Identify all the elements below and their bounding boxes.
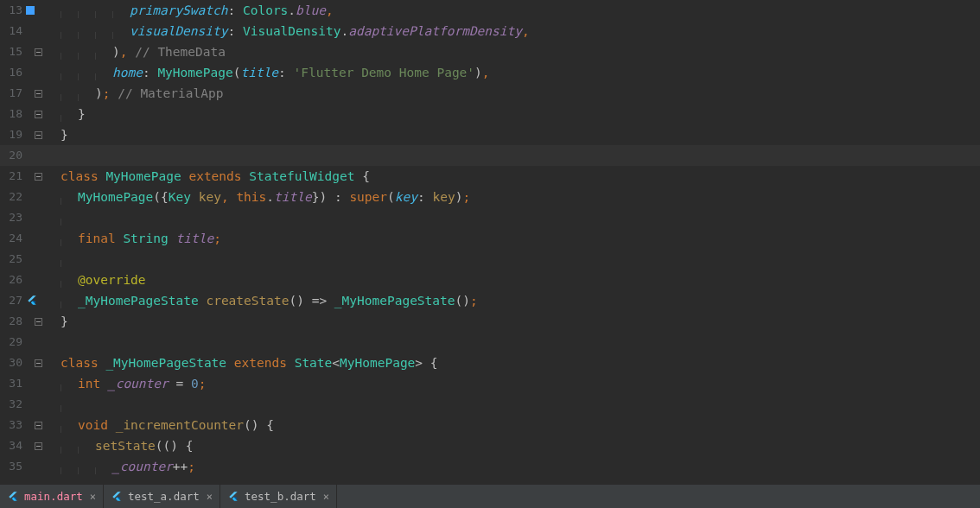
code-content[interactable]: setState(() { — [60, 435, 980, 456]
line-number: 24 — [0, 228, 26, 249]
line-number: 25 — [0, 249, 26, 270]
flutter-icon — [26, 295, 38, 307]
editor-tab-test-b[interactable]: test_b.dart × — [220, 485, 337, 508]
code-line: 23 — [0, 207, 980, 228]
fold-minus-icon — [35, 359, 42, 367]
line-number: 30 — [0, 352, 26, 373]
code-content[interactable]: } — [60, 124, 980, 145]
line-number: 21 — [0, 166, 26, 187]
line-number: 31 — [0, 373, 26, 394]
code-line: 26 @override — [0, 270, 980, 290]
code-line: 18 } — [0, 104, 980, 124]
flutter-icon — [227, 491, 239, 503]
line-number: 19 — [0, 124, 26, 145]
editor-tab-test-a[interactable]: test_a.dart × — [104, 485, 220, 508]
line-number: 22 — [0, 187, 26, 207]
fold-minus-icon — [35, 422, 42, 429]
code-line: 27 _MyHomePageState createState() => _My… — [0, 290, 980, 311]
line-number: 28 — [0, 311, 26, 332]
gutter-marker[interactable] — [26, 0, 35, 21]
code-content[interactable]: int _counter = 0; — [60, 373, 980, 394]
fold-minus-icon — [35, 173, 42, 181]
code-line-current: 20 — [0, 145, 980, 166]
code-line: 14 visualDensity: VisualDensity.adaptive… — [0, 21, 980, 41]
code-line: 15 ), // ThemeData — [0, 41, 980, 62]
code-line: 13 primarySwatch: Colors.blue, — [0, 0, 980, 21]
fold-toggle[interactable] — [35, 48, 55, 56]
fold-minus-icon — [35, 48, 42, 56]
fold-toggle[interactable] — [35, 111, 55, 118]
gutter-marker[interactable] — [26, 290, 38, 311]
color-swatch-icon — [26, 6, 35, 15]
tab-label: test_a.dart — [128, 490, 200, 503]
tab-label: test_b.dart — [245, 490, 316, 503]
code-line: 34 setState(() { — [0, 435, 980, 456]
line-number: 13 — [0, 0, 26, 21]
code-content[interactable] — [60, 394, 980, 415]
tab-close-button[interactable]: × — [207, 491, 213, 503]
line-number: 18 — [0, 104, 26, 124]
code-line: 31 int _counter = 0; — [0, 373, 980, 394]
code-content[interactable] — [60, 207, 980, 228]
fold-minus-icon — [35, 111, 42, 118]
fold-minus-icon — [35, 442, 42, 450]
code-line: 17 ); // MaterialApp — [0, 83, 980, 104]
code-line: 22 MyHomePage({Key key, this.title}) : s… — [0, 187, 980, 207]
line-number: 15 — [0, 41, 26, 62]
line-number: 23 — [0, 207, 26, 228]
fold-toggle[interactable] — [35, 90, 55, 98]
line-number: 16 — [0, 62, 26, 83]
fold-toggle[interactable] — [35, 318, 55, 326]
code-line: 29 — [0, 332, 980, 352]
flutter-icon — [7, 491, 19, 503]
code-content[interactable]: visualDensity: VisualDensity.adaptivePla… — [60, 21, 980, 41]
code-content[interactable]: ); // MaterialApp — [60, 83, 980, 104]
fold-toggle[interactable] — [35, 359, 55, 367]
code-content[interactable] — [60, 249, 980, 270]
code-editor[interactable]: 13 primarySwatch: Colors.blue, 14 visual… — [0, 0, 980, 484]
code-content[interactable]: ), // ThemeData — [60, 41, 980, 62]
fold-minus-icon — [35, 90, 42, 98]
fold-toggle[interactable] — [35, 173, 55, 181]
fold-minus-icon — [35, 318, 42, 326]
code-line: 25 — [0, 249, 980, 270]
editor-tab-bar: main.dart × test_a.dart × test_b.dart × — [0, 484, 980, 508]
flutter-icon — [111, 491, 123, 503]
code-content[interactable]: class MyHomePage extends StatefulWidget … — [60, 166, 980, 187]
line-number: 14 — [0, 21, 26, 41]
code-content[interactable]: void _incrementCounter() { — [60, 415, 980, 435]
fold-toggle[interactable] — [35, 442, 55, 450]
line-number: 34 — [0, 435, 26, 456]
fold-toggle[interactable] — [35, 131, 55, 139]
line-number: 17 — [0, 83, 26, 104]
tab-close-button[interactable]: × — [323, 491, 329, 503]
code-line: 32 — [0, 394, 980, 415]
code-content[interactable]: MyHomePage({Key key, this.title}) : supe… — [60, 187, 980, 207]
code-content[interactable]: final String title; — [60, 228, 980, 249]
line-number: 35 — [0, 456, 26, 477]
code-content[interactable]: class _MyHomePageState extends State<MyH… — [60, 352, 980, 373]
code-content[interactable]: } — [60, 311, 980, 332]
code-line: 35 _counter++; — [0, 456, 980, 477]
fold-minus-icon — [35, 131, 42, 139]
code-content[interactable]: primarySwatch: Colors.blue, — [60, 0, 980, 21]
line-number: 20 — [0, 145, 26, 166]
code-line: 21 class MyHomePage extends StatefulWidg… — [0, 166, 980, 187]
editor-tab-main[interactable]: main.dart × — [0, 485, 104, 508]
code-content[interactable]: _counter++; — [60, 456, 980, 477]
code-line: 28 } — [0, 311, 980, 332]
code-line: 30 class _MyHomePageState extends State<… — [0, 352, 980, 373]
tab-label: main.dart — [24, 490, 83, 503]
code-content[interactable]: @override — [60, 270, 980, 290]
code-content[interactable]: } — [60, 104, 980, 124]
line-number: 29 — [0, 332, 26, 352]
code-content[interactable]: _MyHomePageState createState() => _MyHom… — [60, 290, 980, 311]
fold-toggle[interactable] — [35, 422, 55, 429]
code-line: 33 void _incrementCounter() { — [0, 415, 980, 435]
line-number: 32 — [0, 394, 26, 415]
code-line: 19 } — [0, 124, 980, 145]
line-number: 33 — [0, 415, 26, 435]
code-content[interactable]: home: MyHomePage(title: 'Flutter Demo Ho… — [60, 62, 980, 83]
code-line: 24 final String title; — [0, 228, 980, 249]
tab-close-button[interactable]: × — [90, 491, 96, 503]
